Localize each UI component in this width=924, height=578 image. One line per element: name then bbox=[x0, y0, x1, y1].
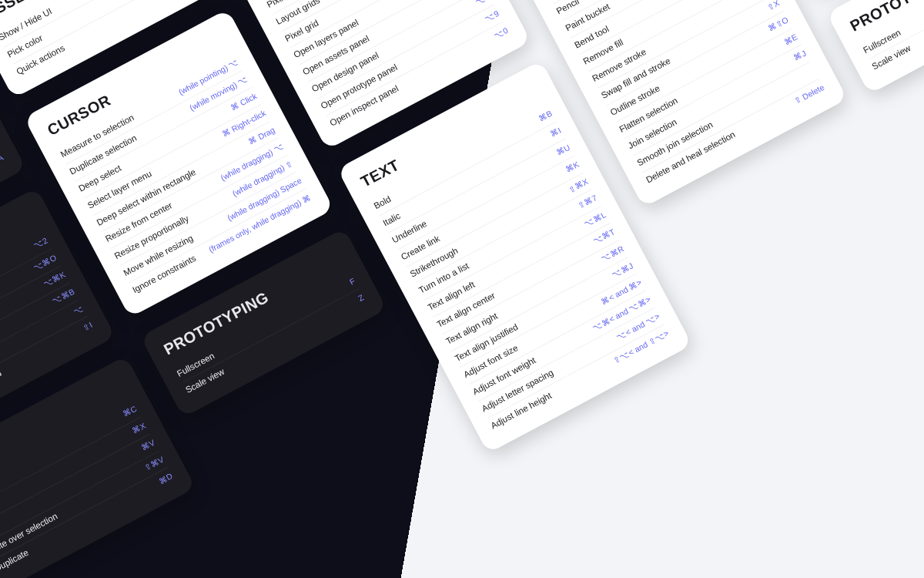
shortcut-key: ⌘C bbox=[122, 404, 139, 419]
shortcut-cheatsheet-scene: TEXTBold⌘BItalic⌘IUnderline⌘UCreate link… bbox=[0, 0, 924, 578]
shortcut-row: Scale viewZ bbox=[182, 288, 367, 399]
shortcut-key: ⌥⇧A bbox=[0, 153, 5, 172]
shortcut-key: ⌥9 bbox=[483, 8, 500, 24]
diagonal-card-grid: TEXTBold⌘BItalic⌘IUnderline⌘UCreate link… bbox=[0, 0, 924, 578]
shortcut-key: ⌥0 bbox=[492, 25, 510, 41]
shortcut-key: ⌘U bbox=[554, 143, 571, 158]
shortcut-key: ⌘D bbox=[157, 471, 174, 486]
shortcut-card-edit: EDITCopy⌘CCut⌘XPaste⌘VPaste over selecti… bbox=[0, 355, 196, 578]
shortcut-key: ⌥2 bbox=[32, 236, 49, 251]
shortcut-card-prototyping: PROTOTYPINGFullscreenFScale viewZ bbox=[826, 0, 924, 94]
